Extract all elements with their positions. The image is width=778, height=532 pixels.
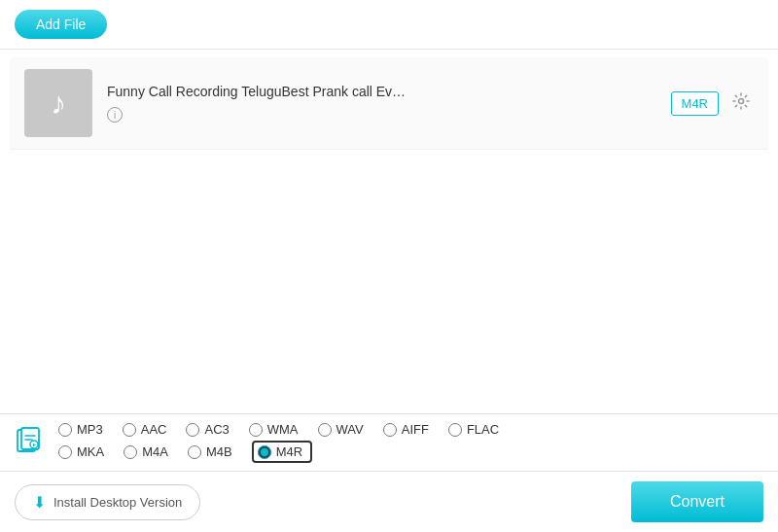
format-radio-m4b[interactable] [188,445,201,459]
file-name: Funny Call Recording TeluguBest Prank ca… [107,84,656,99]
top-bar: Add File [0,0,778,50]
format-radio-wav[interactable] [318,423,332,437]
svg-point-0 [739,98,744,103]
file-item: ♪ Funny Call Recording TeluguBest Prank … [10,57,768,150]
format-option-wma[interactable]: WMA [249,422,299,437]
format-row-2: MKA M4A M4B M4R [58,441,763,463]
format-radio-m4a[interactable] [124,445,137,459]
format-option-wav[interactable]: WAV [318,422,364,437]
file-info: Funny Call Recording TeluguBest Prank ca… [92,84,671,124]
format-badge: M4R [671,91,719,116]
format-option-aiff[interactable]: AIFF [383,422,429,437]
install-button-label: Install Desktop Version [53,495,182,510]
format-radio-mka[interactable] [58,445,72,459]
format-option-flac[interactable]: FLAC [448,422,499,437]
file-actions: M4R [671,89,754,119]
format-option-m4a[interactable]: M4A [124,444,168,459]
format-radio-m4r[interactable] [258,445,271,459]
gear-icon [732,92,750,110]
format-option-mka[interactable]: MKA [58,444,104,459]
format-radio-wma[interactable] [249,423,263,437]
format-radio-mp3[interactable] [58,423,72,437]
bottom-bar: ⬇ Install Desktop Version Convert [0,471,778,532]
download-icon: ⬇ [33,493,46,512]
file-thumbnail: ♪ [24,69,92,137]
info-icon[interactable]: i [107,107,123,123]
format-option-m4b[interactable]: M4B [188,444,232,459]
format-bar: MP3 AAC AC3 WMA WAV AIFF [0,413,778,471]
format-option-m4r[interactable]: M4R [252,441,312,463]
file-list: ♪ Funny Call Recording TeluguBest Prank … [0,50,778,413]
format-radio-ac3[interactable] [186,423,199,437]
format-radio-aac[interactable] [123,423,136,437]
install-desktop-button[interactable]: ⬇ Install Desktop Version [15,484,200,520]
settings-button[interactable] [728,89,754,119]
audio-format-icon [15,425,44,460]
format-option-mp3[interactable]: MP3 [58,422,103,437]
convert-button[interactable]: Convert [631,481,763,522]
format-radio-flac[interactable] [448,423,462,437]
format-row-1: MP3 AAC AC3 WMA WAV AIFF [58,422,763,437]
format-option-ac3[interactable]: AC3 [186,422,229,437]
format-option-aac[interactable]: AAC [123,422,167,437]
add-file-button[interactable]: Add File [15,10,107,39]
format-options: MP3 AAC AC3 WMA WAV AIFF [58,422,763,463]
format-radio-aiff[interactable] [383,423,397,437]
music-icon: ♪ [51,86,66,122]
